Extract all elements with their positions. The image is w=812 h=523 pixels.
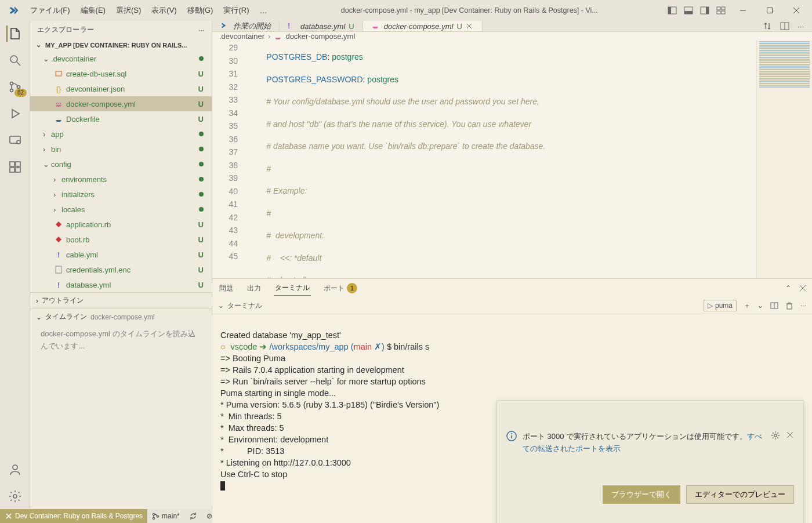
tree-locales[interactable]: ›locales: [30, 202, 212, 217]
trash-icon[interactable]: [785, 302, 793, 310]
menu-go[interactable]: 移動(G): [183, 3, 218, 18]
svg-marker-33: [56, 237, 61, 242]
layout-bottom-icon[interactable]: [683, 5, 694, 16]
tree-config[interactable]: ⌄config: [30, 157, 212, 172]
new-terminal-icon[interactable]: ＋: [744, 301, 751, 311]
outline-section[interactable]: ›アウトライン: [30, 293, 212, 308]
panel-tab-ports[interactable]: ポート1: [322, 281, 358, 296]
svg-marker-19: [12, 110, 19, 118]
tree-docker-compose[interactable]: docker-compose.ymlU: [30, 96, 212, 111]
activity-settings-icon[interactable]: [7, 488, 23, 504]
window-controls: [738, 5, 802, 16]
timeline-section[interactable]: ⌄タイムラインdocker-compose.yml: [30, 309, 212, 325]
chevron-down-icon[interactable]: ⌄: [218, 302, 224, 310]
activity-extensions-icon[interactable]: [7, 159, 23, 175]
status-sync[interactable]: [184, 512, 202, 520]
svg-rect-8: [717, 11, 720, 14]
compare-changes-icon[interactable]: [763, 21, 772, 31]
editor-tabs: 作業の開始 !database.ymlU docker-compose.ymlU…: [212, 21, 812, 32]
notification-toast: ポート 3000 で実行されているアプリケーションは使用可能です。すべての転送さ…: [496, 400, 804, 523]
minimize-icon[interactable]: [738, 5, 748, 16]
tree-database-yml[interactable]: !database.ymlU: [30, 277, 212, 292]
tab-more-icon[interactable]: ···: [798, 22, 804, 31]
panel-tab-terminal[interactable]: ターミナル: [274, 281, 311, 296]
editor-preview-button[interactable]: エディターでのプレビュー: [686, 485, 794, 504]
toast-close-icon[interactable]: [786, 431, 794, 455]
menu-view[interactable]: 表示(V): [147, 3, 181, 18]
sidebar-more-icon[interactable]: ···: [199, 27, 205, 34]
split-editor-icon[interactable]: [780, 21, 789, 31]
breadcrumbs[interactable]: .devcontainer › docker-compose.yml: [212, 32, 812, 41]
chevron-down-icon: ⌄: [36, 313, 42, 321]
svg-rect-29: [56, 103, 57, 104]
terminal-cursor: [220, 481, 225, 491]
svg-point-21: [17, 140, 20, 144]
breadcrumb-file[interactable]: docker-compose.yml: [285, 32, 355, 41]
tree-create-db-sql[interactable]: create-db-user.sqlU: [30, 66, 212, 81]
svg-line-15: [17, 62, 20, 66]
project-title: MY_APP [DEV CONTAINER: RUBY ON RAILS...: [45, 42, 187, 49]
layout-grid-icon[interactable]: [716, 5, 726, 16]
menu-run[interactable]: 実行(R): [219, 3, 253, 18]
panel-close-icon[interactable]: [799, 285, 806, 292]
terminal-subtitle: ターミナル: [227, 301, 262, 311]
minimap[interactable]: [756, 41, 812, 278]
terminal-more-icon[interactable]: ···: [800, 302, 806, 310]
svg-rect-31: [60, 103, 61, 104]
activity-search-icon[interactable]: [7, 52, 23, 68]
tree-initializers[interactable]: ›initializers: [30, 187, 212, 202]
tree-credentials[interactable]: credentials.yml.encU: [30, 262, 212, 277]
panel-tab-output[interactable]: 出力: [246, 281, 262, 296]
tab-database-yml[interactable]: !database.ymlU: [280, 21, 363, 31]
tree-devcontainer-json[interactable]: {}devcontainer.jsonU: [30, 81, 212, 96]
tree-boot-rb[interactable]: boot.rbU: [30, 232, 212, 247]
status-branch[interactable]: main*: [147, 512, 184, 520]
tab-close-icon[interactable]: [466, 23, 474, 30]
panel-tabs: 問題 出力 ターミナル ポート1 ⌃: [212, 279, 812, 297]
tree-application-rb[interactable]: application.rbU: [30, 217, 212, 232]
timeline-loading-text: docker-compose.yml のタイムラインを読み込んでいます...: [30, 325, 212, 356]
svg-point-14: [10, 56, 17, 63]
svg-point-27: [13, 495, 17, 498]
menu-edit[interactable]: 編集(E): [76, 3, 110, 18]
tree-environments[interactable]: ›environments: [30, 172, 212, 187]
tree-cable-yml[interactable]: !cable.ymlU: [30, 247, 212, 262]
tree-devcontainer[interactable]: ⌄.devcontainer: [30, 51, 212, 66]
play-icon: ▷: [708, 302, 713, 310]
activity-explorer-icon[interactable]: [6, 26, 23, 42]
terminal-content[interactable]: Created database 'my_app_test' ○ vscode …: [212, 314, 812, 523]
svg-rect-23: [16, 162, 20, 166]
title-bar: ファイル(F) 編集(E) 選択(S) 表示(V) 移動(G) 実行(R) … …: [0, 0, 812, 21]
svg-rect-43: [787, 304, 792, 309]
menu-select[interactable]: 選択(S): [111, 3, 146, 18]
breadcrumb-folder[interactable]: .devcontainer: [219, 32, 264, 41]
svg-rect-3: [684, 11, 693, 14]
terminal-dropdown-icon[interactable]: ⌄: [757, 302, 763, 310]
project-section[interactable]: ⌄ MY_APP [DEV CONTAINER: RUBY ON RAILS..…: [30, 39, 212, 51]
menu-file[interactable]: ファイル(F): [26, 3, 75, 18]
menu-more[interactable]: …: [255, 4, 271, 17]
svg-rect-6: [717, 7, 720, 10]
open-in-browser-button[interactable]: ブラウザーで開く: [603, 485, 680, 504]
panel-up-icon[interactable]: ⌃: [785, 284, 791, 292]
activity-account-icon[interactable]: [7, 462, 23, 478]
svg-rect-28: [56, 71, 61, 76]
gear-icon[interactable]: [771, 431, 780, 455]
activity-debug-icon[interactable]: [7, 106, 23, 122]
panel-tab-problems[interactable]: 問題: [218, 281, 234, 296]
layout-left-icon[interactable]: [667, 5, 677, 16]
tree-bin[interactable]: ›bin: [30, 141, 212, 157]
tab-docker-compose[interactable]: docker-compose.ymlU: [363, 21, 483, 31]
activity-scm-icon[interactable]: 82: [7, 79, 23, 95]
tree-app[interactable]: ›app: [30, 126, 212, 141]
terminal-profile[interactable]: ▷puma: [704, 300, 737, 311]
activity-remote-icon[interactable]: [7, 132, 23, 148]
maximize-icon[interactable]: [764, 5, 775, 16]
tab-getting-started[interactable]: 作業の開始: [212, 21, 280, 31]
split-terminal-icon[interactable]: [770, 302, 778, 310]
close-icon[interactable]: [791, 5, 802, 16]
code-content[interactable]: POSTGRES_DB: postgres POSTGRES_PASSWORD:…: [253, 41, 756, 278]
status-remote[interactable]: Dev Container: Ruby on Rails & Postgres: [0, 509, 147, 523]
layout-right-icon[interactable]: [699, 5, 710, 16]
tree-dockerfile[interactable]: DockerfileU: [30, 111, 212, 126]
